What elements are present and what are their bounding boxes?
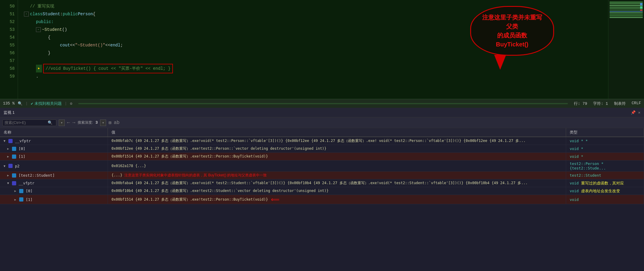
minimap-line xyxy=(610,5,643,6)
expand-arrow[interactable]: ▶ xyxy=(7,147,11,150)
cell-value-vfptr2: 0x00bfaba4 {49 24.1.27 多态（函数重写）.exe!void… xyxy=(108,179,566,187)
cube-icon xyxy=(12,181,16,185)
code-line-59: . xyxy=(24,72,608,80)
bubble-text: 注意这里子类并未重写父类的成员函数 BuyTicket() xyxy=(470,6,554,56)
table-row: ▼ __vfptr 0x00bfaba4 {49 24.1.27 多态（函数重写… xyxy=(0,179,644,187)
table-row-highlighted: ▶ [1] 0x00bf1514 {49 24.1.27 多态（函数重写）.ex… xyxy=(0,153,644,161)
no-issues-text: 未找到相关问题 xyxy=(34,101,62,106)
cursor-icon: ⚙ xyxy=(70,101,72,106)
fold-icon-53[interactable]: - xyxy=(36,27,41,32)
cell-name-0-1: ▶ [0] xyxy=(0,145,108,152)
expand-arrow[interactable]: ▼ xyxy=(7,181,11,185)
table-row-highlighted-3: ▶ [1] 0x00bf1514 {49 24.1.27 多态（函数重写）.ex… xyxy=(0,195,644,204)
zoom-level[interactable]: 135 % xyxy=(3,101,15,106)
cube-icon xyxy=(8,139,13,143)
search-box: 🔍 xyxy=(2,119,56,126)
minimap-line xyxy=(610,6,643,7)
tool-icon-2[interactable]: ab xyxy=(114,120,120,125)
table-row-highlighted-2: ▶ [test2::Student] {...} 注意这里子类实例化对象中虚表指… xyxy=(0,172,644,179)
nav-forward-icon[interactable]: → xyxy=(72,120,75,125)
line-num-53: 53 xyxy=(0,26,15,34)
bracket-icon xyxy=(12,173,16,178)
cell-value-vfptr1: 0x00bfab7c {49 24.1.27 多态（函数重写）.exe!void… xyxy=(108,137,566,145)
row-name: [1] xyxy=(19,154,25,159)
line-num-58: 58 xyxy=(0,65,15,72)
minimap-line xyxy=(610,7,643,8)
line-num-57: 57 xyxy=(0,57,15,65)
cell-name-vfptr1: ▼ __vfptr xyxy=(0,137,108,145)
depth-value: 3 xyxy=(95,120,98,125)
cell-type-p2: test2::Person * {test2::Stude... xyxy=(566,161,644,171)
pin-icon[interactable]: 📌 xyxy=(631,110,636,115)
search-icon: 🔍 xyxy=(48,120,52,125)
cell-type-1-2: void xyxy=(566,195,644,204)
cell-type-vfptr1: void * * xyxy=(566,137,644,145)
cell-name-p2: ▼ p2 xyxy=(0,161,108,171)
expand-arrow[interactable]: ▶ xyxy=(14,198,18,201)
cell-value-0-1: 0x00bf12ee {49 24.1.27 多态（函数重写）.exe!test… xyxy=(108,145,566,152)
zoom-icon: 🔍 xyxy=(18,101,22,106)
nav-back-icon[interactable]: ← xyxy=(67,120,70,125)
minimap-line xyxy=(610,17,643,18)
minimap-line xyxy=(610,15,643,16)
col-header-value: 值 xyxy=(108,128,566,137)
minimap-line xyxy=(610,12,643,13)
table-row: ▶ [0] 0x00bf10b4 {49 24.1.27 多态（函数重写）.ex… xyxy=(0,187,644,195)
line-numbers: 50 51 52 53 54 55 56 57 58 59 xyxy=(0,0,18,99)
expand-arrow[interactable]: ▼ xyxy=(4,164,7,168)
search-input[interactable] xyxy=(4,120,46,125)
bracket-icon xyxy=(19,189,23,193)
minimap-line xyxy=(610,1,643,2)
bracket-icon xyxy=(12,147,16,151)
minimap-line xyxy=(610,13,643,14)
comment-text: // 重写实现 xyxy=(30,2,54,10)
cell-value-p2: 0x0162a178 {...} xyxy=(108,161,566,171)
cell-value-0-2: 0x00bf10b4 {49 24.1.27 多态（函数重写）.exe!test… xyxy=(108,187,566,195)
row-name: [test2::Student] xyxy=(19,173,55,178)
row-name: __vfptr xyxy=(15,139,31,143)
close-icon[interactable]: ✕ xyxy=(638,110,640,115)
minimap-line xyxy=(610,16,643,17)
cell-type-student: test2::Student xyxy=(566,172,644,179)
watch-header-controls: 📌 ✕ xyxy=(631,110,640,115)
line-info: 行: 79 xyxy=(574,101,587,106)
code-content: // 重写实现 - class Student : public Person … xyxy=(18,0,608,99)
cell-name-1-1: ▶ [1] xyxy=(0,153,108,160)
col-header-name: 名称 xyxy=(0,128,108,137)
editor-area: 50 51 52 53 54 55 56 57 58 59 // 重写实现 - … xyxy=(0,0,644,99)
search-dropdown-icon[interactable]: ▾ xyxy=(59,119,65,126)
line-num-52: 52 xyxy=(0,18,15,26)
commented-code-highlight: //void BuyTicket() { cout << "买票-半价" << … xyxy=(43,64,173,73)
cell-type-vfptr2: void 重写过的虚函数，其对应 xyxy=(566,179,644,187)
minimap-line xyxy=(610,3,643,4)
crlf-info: CRLF xyxy=(632,101,641,106)
minimap-line xyxy=(610,9,643,10)
expand-arrow[interactable]: ▼ xyxy=(4,139,7,143)
line-num-59: 59 xyxy=(0,72,15,80)
cell-value-student: {...} 注意这里子类实例化对象中虚表指针指向的虚表，其 BuyTicket(… xyxy=(108,172,566,179)
row-name: [0] xyxy=(19,146,25,151)
table-row: ▼ p2 0x0162a178 {...} test2::Person * {t… xyxy=(0,161,644,172)
minimap-line xyxy=(610,4,643,5)
depth-label: 搜索深度: xyxy=(78,120,93,125)
line-num-55: 55 xyxy=(0,41,15,49)
minimap-indicator xyxy=(640,10,643,11)
status-divider: | xyxy=(65,101,67,106)
red-arrow-icon: ⟸ xyxy=(271,196,280,203)
check-icon: ✔ xyxy=(31,101,33,106)
line-num-56: 56 xyxy=(0,49,15,57)
char-info: 字符: 1 xyxy=(593,101,608,106)
watch-toolbar: 🔍 ▾ ← → 搜索深度: 3 ▾ ⊞ ab xyxy=(0,117,644,128)
tool-icon-1[interactable]: ⊞ xyxy=(108,120,111,126)
fold-icon-51[interactable]: - xyxy=(24,12,29,16)
bracket-icon xyxy=(19,197,23,202)
expand-arrow[interactable]: ▶ xyxy=(7,155,11,158)
expand-arrow[interactable]: ▶ xyxy=(7,174,11,177)
cell-name-0-2: ▶ [0] xyxy=(0,187,108,195)
bubble-tail xyxy=(494,55,506,70)
watch-title: 监视 1 xyxy=(4,110,15,115)
table-row: ▶ [0] 0x00bf12ee {49 24.1.27 多态（函数重写）.ex… xyxy=(0,145,644,153)
depth-dropdown-icon[interactable]: ▾ xyxy=(100,119,106,126)
expand-arrow[interactable]: ▶ xyxy=(14,189,18,193)
cell-value-1-1: 0x00bf1514 {49 24.1.27 多态（函数重写）.exe!test… xyxy=(108,153,566,160)
